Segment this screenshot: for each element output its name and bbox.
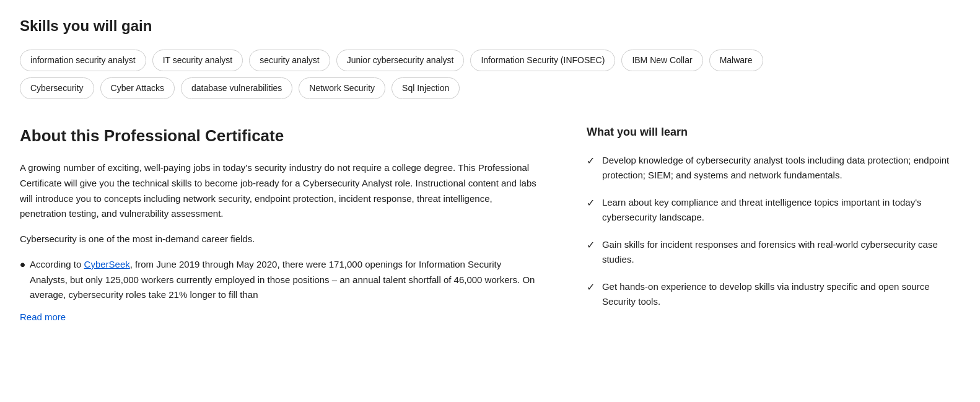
- skill-tag: database vulnerabilities: [181, 77, 292, 99]
- skill-tag: Network Security: [299, 77, 385, 99]
- learn-item-text: Gain skills for incident responses and f…: [602, 237, 960, 267]
- checkmark-icon: ✓: [587, 196, 595, 211]
- skill-tag: security analyst: [249, 50, 330, 71]
- learn-item-text: Develop knowledge of cybersecurity analy…: [602, 153, 960, 183]
- skill-tag: Junior cybersecurity analyst: [336, 50, 465, 71]
- learn-item: ✓Learn about key compliance and threat i…: [587, 195, 960, 225]
- skill-tag: Malware: [709, 50, 763, 71]
- about-bullet-item: ● According to CyberSeek, from June 2019…: [20, 257, 537, 303]
- learn-items-list: ✓Develop knowledge of cybersecurity anal…: [587, 153, 960, 309]
- skill-tag: Information Security (INFOSEC): [470, 50, 615, 71]
- learn-item-text: Learn about key compliance and threat in…: [602, 195, 960, 225]
- about-right-column: What you will learn ✓Develop knowledge o…: [587, 124, 960, 325]
- skill-tag: information security analyst: [20, 50, 146, 71]
- cyberseek-link[interactable]: CyberSeek: [84, 259, 130, 269]
- checkmark-icon: ✓: [587, 280, 595, 295]
- about-left-column: About this Professional Certificate A gr…: [20, 124, 537, 325]
- about-title: About this Professional Certificate: [20, 124, 537, 148]
- skills-row-2: CybersecurityCyber Attacksdatabase vulne…: [20, 77, 960, 99]
- checkmark-icon: ✓: [587, 154, 595, 168]
- skill-tag: Cybersecurity: [20, 77, 94, 99]
- skill-tag: IT security analyst: [152, 50, 243, 71]
- skills-row-1: information security analystIT security …: [20, 50, 960, 71]
- learn-item: ✓Gain skills for incident responses and …: [587, 237, 960, 267]
- read-more-link[interactable]: Read more: [20, 310, 537, 325]
- learn-item: ✓Develop knowledge of cybersecurity anal…: [587, 153, 960, 183]
- skills-section: Skills you will gain information securit…: [20, 15, 960, 99]
- skill-tag: Cyber Attacks: [100, 77, 175, 99]
- bullet-text-before: According to: [30, 259, 84, 269]
- learn-item-text: Get hands-on experience to develop skill…: [602, 279, 960, 309]
- skills-title: Skills you will gain: [20, 15, 960, 37]
- about-paragraph-1: A growing number of exciting, well-payin…: [20, 160, 537, 222]
- skill-tag: IBM New Collar: [621, 50, 702, 71]
- skill-tag: Sql Injection: [392, 77, 460, 99]
- what-you-learn-title: What you will learn: [587, 124, 960, 141]
- learn-item: ✓Get hands-on experience to develop skil…: [587, 279, 960, 309]
- about-paragraph-2: Cybersecurity is one of the most in-dema…: [20, 232, 537, 247]
- about-section: About this Professional Certificate A gr…: [20, 124, 960, 325]
- checkmark-icon: ✓: [587, 238, 595, 253]
